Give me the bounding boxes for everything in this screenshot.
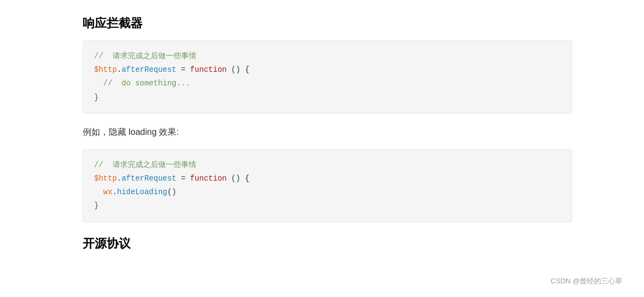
- code-line-4: $http.afterRequest = function () {: [94, 172, 561, 185]
- section-title-open-source: 开源协议: [83, 236, 572, 252]
- code-keyword-function-1: function: [190, 65, 226, 74]
- code-line-2: $http.afterRequest = function () {: [94, 63, 561, 77]
- page-content: 响应拦截器 // 请求完成之后做一些事情 $http.afterRequest …: [50, 0, 594, 271]
- section-example-loading: 例如，隐藏 loading 效果: // 请求完成之后做一些事情 $http.a…: [83, 127, 572, 222]
- code-line-comment-2: // do something...: [94, 77, 561, 90]
- code-property-afterrequest-2: afterRequest: [121, 174, 176, 183]
- section-open-source: 开源协议: [83, 236, 572, 252]
- section-response-interceptor: 响应拦截器 // 请求完成之后做一些事情 $http.afterRequest …: [83, 15, 572, 114]
- paragraph-loading: 例如，隐藏 loading 效果:: [83, 127, 572, 138]
- code-line-comment-3: // 请求完成之后做一些事情: [94, 158, 561, 172]
- section-title-response-interceptor: 响应拦截器: [83, 15, 572, 32]
- code-variable-http-2: $http: [94, 174, 117, 183]
- code-variable-http-1: $http: [94, 65, 117, 74]
- code-block-2: // 请求完成之后做一些事情 $http.afterRequest = func…: [83, 149, 572, 222]
- code-line-closing-2: }: [94, 199, 561, 213]
- footer-brand: CSDN @曾经的三心草: [550, 276, 622, 286]
- code-keyword-function-2: function: [190, 174, 226, 183]
- code-line-comment-1: // 请求完成之后做一些事情: [94, 49, 561, 63]
- code-line-closing-1: }: [94, 91, 561, 104]
- code-method-hideloading: hideLoading: [117, 188, 167, 196]
- code-property-afterrequest-1: afterRequest: [121, 65, 176, 74]
- code-block-1: // 请求完成之后做一些事情 $http.afterRequest = func…: [83, 40, 572, 114]
- code-line-5: wx.hideLoading(): [94, 185, 561, 199]
- code-variable-wx: wx: [103, 188, 113, 196]
